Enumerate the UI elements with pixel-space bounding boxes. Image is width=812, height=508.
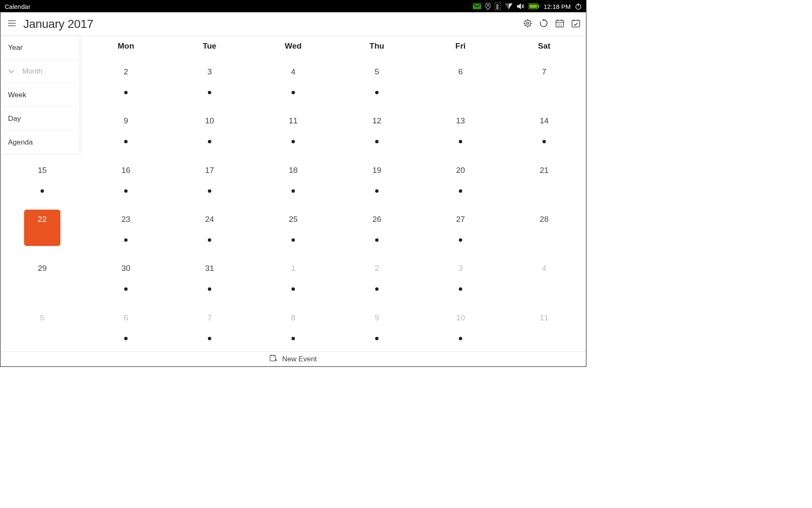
calendar-day-cell[interactable]: 2	[84, 56, 168, 105]
calendar-day-cell[interactable]: 14	[502, 105, 586, 154]
sidebar-item-day[interactable]: Day	[0, 107, 79, 131]
event-indicator-dot	[459, 238, 462, 242]
calendar-day-cell[interactable]: 4	[502, 253, 586, 302]
sync-icon[interactable]	[540, 19, 548, 29]
day-number: 6	[442, 62, 479, 98]
event-indicator-dot	[208, 91, 211, 94]
calendar-day-cell[interactable]: 19	[335, 155, 419, 204]
calendar-day-cell[interactable]: 30	[84, 253, 168, 302]
calendar-day-cell[interactable]: 6	[84, 302, 168, 351]
calendar-day-cell[interactable]: 10	[168, 105, 251, 154]
svg-rect-5	[538, 5, 539, 8]
event-indicator-dot	[292, 337, 295, 340]
calendar-day-cell[interactable]: 3	[419, 253, 502, 302]
weekday-header: Tue	[168, 36, 251, 56]
calendar-day-cell[interactable]: 29	[0, 253, 84, 302]
weekday-header: Mon	[84, 36, 168, 56]
calendar-day-cell[interactable]: 13	[419, 105, 502, 154]
bluetooth-icon[interactable]	[495, 3, 501, 10]
calendar-add-icon	[270, 354, 277, 364]
calendar-day-cell[interactable]: 9	[84, 105, 168, 154]
calendar-day-cell[interactable]: 11	[251, 105, 335, 154]
sidebar-item-label: Month	[22, 67, 42, 76]
calendar-day-cell[interactable]: 21	[502, 155, 586, 204]
calendar-day-cell[interactable]: 24	[168, 204, 251, 253]
sidebar-item-label: Year	[8, 44, 22, 52]
calendar-day-cell[interactable]: 20	[419, 155, 502, 204]
todo-icon[interactable]	[572, 19, 580, 29]
event-indicator-dot	[208, 337, 211, 340]
statusbar-app-title: Calendar	[5, 3, 30, 10]
calendar-day-cell[interactable]: 7	[502, 56, 586, 105]
settings-icon[interactable]	[523, 19, 532, 29]
calendar-day-cell[interactable]: 5	[335, 56, 419, 105]
sidebar-item-agenda[interactable]: Agenda	[0, 131, 79, 154]
location-icon[interactable]	[485, 3, 490, 10]
sidebar-item-label: Agenda	[8, 138, 33, 147]
app-header: January 2017	[0, 12, 586, 36]
calendar-day-cell[interactable]: 3	[168, 56, 251, 105]
new-event-label: New Event	[282, 355, 317, 363]
weekday-header: Thu	[335, 36, 419, 56]
event-indicator-dot	[375, 238, 379, 242]
calendar-day-cell[interactable]: 18	[251, 155, 335, 204]
calendar-day-cell[interactable]: 2	[335, 253, 419, 302]
calendar-day-cell[interactable]: 7	[168, 302, 251, 351]
calendar-day-cell[interactable]: 25	[251, 204, 335, 253]
menu-icon[interactable]	[8, 20, 16, 28]
calendar-day-cell[interactable]: 16	[84, 155, 168, 204]
calendar-day-cell[interactable]: 12	[335, 105, 419, 154]
event-indicator-dot	[208, 238, 211, 242]
event-indicator-dot	[124, 91, 128, 94]
chevron-down-icon	[8, 67, 15, 76]
calendar-day-cell[interactable]: 4	[251, 56, 335, 105]
calendar-day-cell[interactable]: 9	[335, 302, 419, 351]
calendar-day-cell[interactable]: 6	[419, 56, 502, 105]
event-indicator-dot	[375, 337, 379, 340]
calendar-day-cell[interactable]: 31	[168, 253, 251, 302]
day-number: 29	[24, 259, 60, 295]
mail-icon[interactable]	[473, 3, 481, 9]
sidebar-item-month[interactable]: Month	[0, 60, 79, 83]
day-number: 11	[526, 308, 562, 344]
day-number: 4	[526, 259, 562, 295]
calendar-day-cell[interactable]: 28	[502, 204, 586, 253]
calendar-day-cell[interactable]: 8	[251, 302, 335, 351]
new-event-button[interactable]: New Event	[0, 351, 586, 366]
volume-muted-icon[interactable]	[517, 3, 524, 10]
calendar-day-cell[interactable]: 15	[0, 155, 84, 204]
calendar-day-cell[interactable]: 23	[84, 204, 168, 253]
calendar-day-cell[interactable]: 17	[168, 155, 251, 204]
status-bar: Calendar 12:18 PM	[0, 0, 586, 12]
weekday-header: Sat	[502, 36, 586, 56]
event-indicator-dot	[124, 189, 128, 193]
calendar-area: Sun181522295Mon291623306Tue3101724317Wed…	[0, 36, 586, 351]
event-indicator-dot	[375, 91, 379, 94]
calendar-day-cell[interactable]: 1	[251, 253, 335, 302]
battery-icon[interactable]	[529, 3, 540, 9]
calendar-day-cell[interactable]: 11	[502, 302, 586, 351]
calendar-day-cell[interactable]: 10	[419, 302, 502, 351]
sidebar-item-label: Day	[8, 115, 21, 123]
event-indicator-dot	[459, 189, 462, 193]
svg-point-11	[525, 20, 531, 26]
today-icon[interactable]	[556, 19, 564, 29]
calendar-day-cell[interactable]: 22	[0, 204, 84, 253]
calendar-day-cell[interactable]: 27	[419, 204, 502, 253]
calendar-day-cell[interactable]: 26	[335, 204, 419, 253]
power-icon[interactable]	[575, 3, 582, 10]
svg-point-25	[558, 24, 559, 25]
svg-point-30	[561, 25, 562, 26]
event-indicator-dot	[459, 337, 462, 340]
wifi-icon[interactable]	[505, 3, 512, 9]
svg-point-28	[558, 25, 559, 26]
day-number: 22	[24, 210, 60, 246]
svg-rect-31	[572, 20, 580, 27]
calendar-day-cell[interactable]: 5	[0, 302, 84, 351]
sidebar-item-week[interactable]: Week	[0, 83, 79, 107]
svg-point-29	[559, 25, 560, 26]
sidebar-item-year[interactable]: Year	[0, 36, 79, 60]
svg-line-19	[530, 20, 531, 21]
weekday-header: Wed	[251, 36, 335, 56]
event-indicator-dot	[292, 238, 295, 242]
